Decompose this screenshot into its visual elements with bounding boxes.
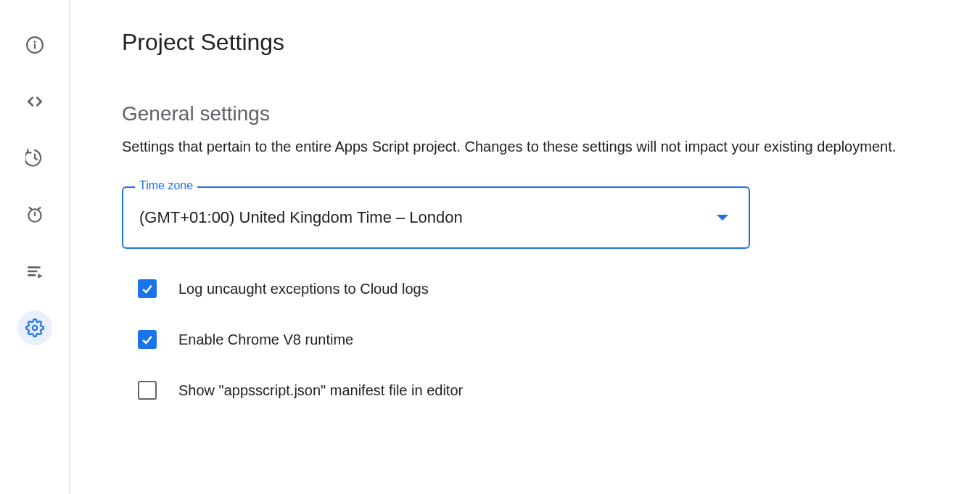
general-settings-heading: General settings	[122, 102, 928, 125]
log-exceptions-row: Log uncaught exceptions to Cloud logs	[138, 279, 928, 298]
sidebar	[0, 0, 70, 494]
show-manifest-label: Show "appsscript.json" manifest file in …	[178, 382, 463, 399]
svg-line-6	[38, 207, 40, 209]
editor-icon[interactable]	[17, 84, 52, 119]
main-content: Project Settings General settings Settin…	[70, 0, 980, 494]
v8-runtime-label: Enable Chrome V8 runtime	[178, 332, 353, 348]
execution-log-icon[interactable]	[17, 254, 52, 289]
v8-runtime-row: Enable Chrome V8 runtime	[138, 330, 928, 349]
chevron-down-icon	[717, 215, 728, 221]
timezone-select[interactable]: Time zone (GMT+01:00) United Kingdom Tim…	[122, 186, 750, 249]
v8-runtime-checkbox[interactable]	[138, 330, 157, 349]
show-manifest-checkbox[interactable]	[138, 381, 157, 400]
executions-icon[interactable]	[17, 141, 52, 176]
svg-line-5	[29, 207, 31, 209]
show-manifest-row: Show "appsscript.json" manifest file in …	[138, 381, 928, 400]
log-exceptions-label: Log uncaught exceptions to Cloud logs	[178, 281, 429, 297]
log-exceptions-checkbox[interactable]	[138, 279, 157, 298]
svg-point-11	[32, 326, 37, 331]
timezone-label: Time zone	[135, 179, 197, 192]
overview-icon[interactable]	[17, 28, 52, 62]
timezone-value: (GMT+01:00) United Kingdom Time – London	[139, 208, 463, 227]
page-title: Project Settings	[122, 29, 928, 56]
timezone-select-box[interactable]: (GMT+01:00) United Kingdom Time – London	[122, 186, 750, 249]
settings-icon[interactable]	[17, 310, 52, 345]
triggers-icon[interactable]	[17, 197, 52, 232]
svg-marker-10	[38, 273, 43, 279]
general-settings-description: Settings that pertain to the entire Apps…	[122, 136, 928, 157]
